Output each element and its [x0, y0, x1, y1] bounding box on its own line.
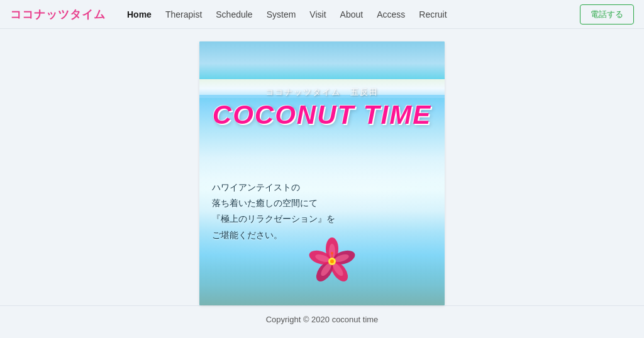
poster-card: ココナッツタイム 五反田 COCONUT TIME ハワイアンテイストの 落ち着… — [199, 41, 445, 305]
site-footer: Copyright © 2020 coconut time — [0, 305, 644, 333]
site-logo: ココナッツタイム — [10, 7, 106, 22]
svg-point-13 — [331, 252, 333, 254]
desc-line3: 『極上のリラクゼーション』を — [212, 211, 335, 227]
ocean-background: ココナッツタイム 五反田 COCONUT TIME ハワイアンテイストの 落ち着… — [199, 41, 445, 305]
nav-visit[interactable]: Visit — [303, 7, 332, 22]
main-nav: Home Therapist Schedule System Visit Abo… — [121, 7, 580, 22]
desc-line1: ハワイアンテイストの — [212, 180, 335, 195]
call-button[interactable]: 電話する — [580, 4, 634, 25]
nav-schedule[interactable]: Schedule — [209, 7, 258, 22]
poster-main-title: COCONUT TIME — [199, 101, 445, 129]
main-content: ココナッツタイム 五反田 COCONUT TIME ハワイアンテイストの 落ち着… — [0, 29, 644, 305]
title-area: ココナッツタイム 五反田 COCONUT TIME — [199, 87, 445, 129]
nav-system[interactable]: System — [260, 7, 303, 22]
poster-subtitle: ココナッツタイム 五反田 — [199, 87, 445, 98]
nav-home[interactable]: Home — [121, 7, 158, 22]
site-header: ココナッツタイム Home Therapist Schedule System … — [0, 0, 644, 29]
desc-line2: 落ち着いた癒しの空間にて — [212, 195, 335, 211]
nav-about[interactable]: About — [334, 7, 370, 22]
hibiscus-flower — [307, 236, 357, 286]
footer-copyright: Copyright © 2020 coconut time — [266, 315, 379, 324]
nav-recruit[interactable]: Recruit — [413, 7, 453, 22]
svg-point-11 — [330, 259, 334, 263]
poster-description: ハワイアンテイストの 落ち着いた癒しの空間にて 『極上のリラクゼーション』を ご… — [212, 180, 335, 243]
nav-therapist[interactable]: Therapist — [159, 7, 208, 22]
nav-access[interactable]: Access — [370, 7, 411, 22]
